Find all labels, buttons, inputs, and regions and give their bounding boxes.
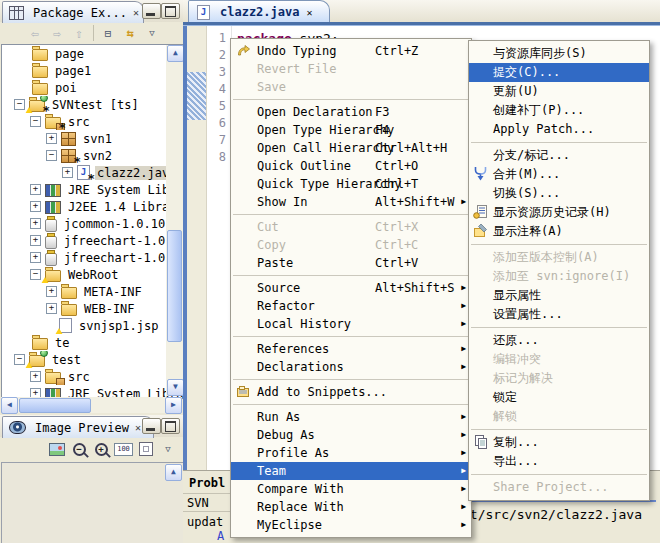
- menu-item-replace-with[interactable]: Replace With▶: [231, 498, 471, 516]
- tree-item-te[interactable]: te: [2, 334, 184, 351]
- close-icon[interactable]: ✕: [135, 422, 141, 433]
- tree-item-poi[interactable]: poi: [2, 79, 184, 96]
- tree-item-jre-library[interactable]: + JRE System Libra: [2, 181, 184, 198]
- menu-item-open-call-hierarchy[interactable]: Open Call HierarchyCtrl+Alt+H: [231, 139, 471, 157]
- scroll-right-button[interactable]: ▶: [165, 397, 182, 414]
- expand-expander[interactable]: +: [30, 201, 41, 212]
- menu-item-show-resource-history[interactable]: 显示资源历史记录(H): [469, 203, 649, 222]
- scroll-down-button[interactable]: ▼: [167, 379, 184, 396]
- minimize-button[interactable]: [142, 3, 161, 19]
- console-link[interactable]: A: [217, 529, 224, 543]
- menu-item-quick-outline[interactable]: Quick OutlineCtrl+O: [231, 157, 471, 175]
- collapse-expander[interactable]: −: [46, 150, 57, 161]
- tree-item-jfreechart-jar-2[interactable]: + jfreechart-1.0.6: [2, 249, 184, 266]
- zoom-out-button[interactable]: −: [70, 440, 88, 458]
- fit-to-window-button[interactable]: [137, 440, 155, 458]
- scroll-left-button[interactable]: ◀: [1, 397, 18, 414]
- zoom-in-button[interactable]: +: [92, 440, 110, 458]
- link-with-editor-button[interactable]: ⇆: [121, 24, 139, 42]
- close-icon[interactable]: ✕: [133, 7, 139, 18]
- scroll-up-button[interactable]: ▲: [167, 45, 184, 62]
- maximize-button[interactable]: [161, 418, 180, 434]
- menu-item-export[interactable]: 导出...: [469, 452, 649, 471]
- tab-image-preview[interactable]: Image Preview ✕: [2, 416, 154, 438]
- menu-item-cut[interactable]: CutCtrl+X: [231, 218, 471, 236]
- menu-item-update[interactable]: 更新(U): [469, 82, 649, 101]
- menu-item-switch[interactable]: 切换(S)...: [469, 184, 649, 203]
- menu-item-apply-patch[interactable]: Apply Patch...: [469, 120, 649, 139]
- tree-item-clazz2-java[interactable]: + J* clazz2.jav: [2, 164, 184, 181]
- menu-item-save[interactable]: Save: [231, 78, 471, 96]
- menu-item-show-properties[interactable]: 显示属性: [469, 286, 649, 305]
- menu-item-synchronize-with-repository[interactable]: 与资源库同步(S): [469, 44, 649, 63]
- menu-item-declarations[interactable]: Declarations▶: [231, 358, 471, 376]
- tab-package-explorer[interactable]: Package Ex... ✕: [2, 1, 144, 23]
- menu-item-share-project[interactable]: Share Project...: [469, 478, 649, 497]
- expand-expander[interactable]: +: [46, 286, 57, 297]
- menu-item-copy-to[interactable]: 复制...: [469, 433, 649, 452]
- expand-expander[interactable]: +: [30, 371, 41, 382]
- collapse-expander[interactable]: −: [14, 354, 25, 365]
- tree-item-web-inf[interactable]: + WEB-INF: [2, 300, 184, 317]
- expand-expander[interactable]: +: [30, 252, 41, 263]
- collapse-expander[interactable]: −: [30, 269, 41, 280]
- menu-item-mark-resolved[interactable]: 标记为解决: [469, 369, 649, 388]
- menu-item-add-to-svn-ignore[interactable]: 添加至 svn:ignore(I): [469, 267, 649, 286]
- tree-item-jfreechart-jar[interactable]: + jfreechart-1.0.6: [2, 232, 184, 249]
- back-button[interactable]: ⇦: [26, 24, 44, 42]
- tree-item-src[interactable]: − * src: [2, 113, 184, 130]
- actual-size-button[interactable]: 100: [114, 440, 133, 458]
- menu-item-add-to-snippets[interactable]: Add to Snippets...: [231, 383, 471, 401]
- scroll-up-button[interactable]: ▲: [165, 464, 182, 481]
- close-icon[interactable]: ✕: [306, 7, 312, 18]
- menu-item-compare-with[interactable]: Compare With▶: [231, 480, 471, 498]
- tree-item-webroot[interactable]: − WebRoot: [2, 266, 184, 283]
- tree-item-svntest[interactable]: − * SVNtest [ts]: [2, 96, 177, 113]
- view-menu-button[interactable]: ▽: [159, 440, 177, 458]
- menu-item-revert[interactable]: 还原...: [469, 331, 649, 350]
- menu-item-myeclipse[interactable]: MyEclipse▶: [231, 516, 471, 534]
- menu-item-show-annotation[interactable]: 显示注释(A): [469, 222, 649, 241]
- minimize-button[interactable]: [142, 418, 161, 434]
- expand-expander[interactable]: +: [62, 167, 73, 178]
- menu-item-local-history[interactable]: Local History▶: [231, 315, 471, 333]
- forward-button[interactable]: ⇨: [48, 24, 66, 42]
- menu-item-edit-conflicts[interactable]: 编辑冲突: [469, 350, 649, 369]
- tree-item-svn1[interactable]: + svn1: [2, 130, 184, 147]
- tree-item-svn2[interactable]: − * svn2: [2, 147, 184, 164]
- expand-expander[interactable]: +: [30, 184, 41, 195]
- menu-item-references[interactable]: References▶: [231, 340, 471, 358]
- menu-item-undo-typing[interactable]: Undo TypingCtrl+Z: [231, 42, 471, 60]
- menu-item-run-as[interactable]: Run As▶: [231, 408, 471, 426]
- menu-item-branch-tag[interactable]: 分支/标记...: [469, 146, 649, 165]
- tree-item-test[interactable]: − test: [2, 351, 177, 368]
- tree-item-j2ee-library[interactable]: + J2EE 1.4 Library: [2, 198, 184, 215]
- go-into-button[interactable]: ⇧: [70, 24, 88, 42]
- expand-expander[interactable]: +: [30, 235, 41, 246]
- collapse-expander[interactable]: −: [30, 116, 41, 127]
- tab-clazz2-java[interactable]: J clazz2.java ✕: [188, 0, 330, 23]
- menu-item-open-type-hierarchy[interactable]: Open Type HierarchyF4: [231, 121, 471, 139]
- menu-item-quick-type-hierarchy[interactable]: Quick Type HierarchyCtrl+T: [231, 175, 471, 193]
- menu-item-paste[interactable]: PasteCtrl+V: [231, 254, 471, 272]
- menu-item-revert-file[interactable]: Revert File: [231, 60, 471, 78]
- tree-item-meta-inf[interactable]: + META-INF: [2, 283, 184, 300]
- image-edit-button[interactable]: [48, 440, 66, 458]
- expand-expander[interactable]: +: [30, 218, 41, 229]
- menu-item-open-declaration[interactable]: Open DeclarationF3: [231, 103, 471, 121]
- menu-item-show-in[interactable]: Show InAlt+Shift+W▶: [231, 193, 471, 211]
- tree-vertical-scrollbar[interactable]: ▲ ▼: [166, 45, 183, 396]
- tab-problems[interactable]: Probl: [189, 476, 225, 490]
- menu-item-commit[interactable]: 提交(C)...: [469, 63, 649, 82]
- menu-item-add-to-version-control[interactable]: 添加至版本控制(A): [469, 248, 649, 267]
- tree-item-test-src[interactable]: + src: [2, 368, 184, 385]
- menu-item-merge[interactable]: 合并(M)...: [469, 165, 649, 184]
- collapse-expander[interactable]: −: [14, 99, 25, 110]
- tree-item-page[interactable]: page: [2, 45, 184, 62]
- scrollbar-thumb[interactable]: [19, 398, 91, 413]
- menu-item-lock[interactable]: 锁定: [469, 388, 649, 407]
- scrollbar-thumb[interactable]: [167, 230, 182, 342]
- expand-expander[interactable]: +: [46, 133, 57, 144]
- menu-item-create-patch[interactable]: 创建补丁(P)...: [469, 101, 649, 120]
- menu-item-source[interactable]: SourceAlt+Shift+S▶: [231, 279, 471, 297]
